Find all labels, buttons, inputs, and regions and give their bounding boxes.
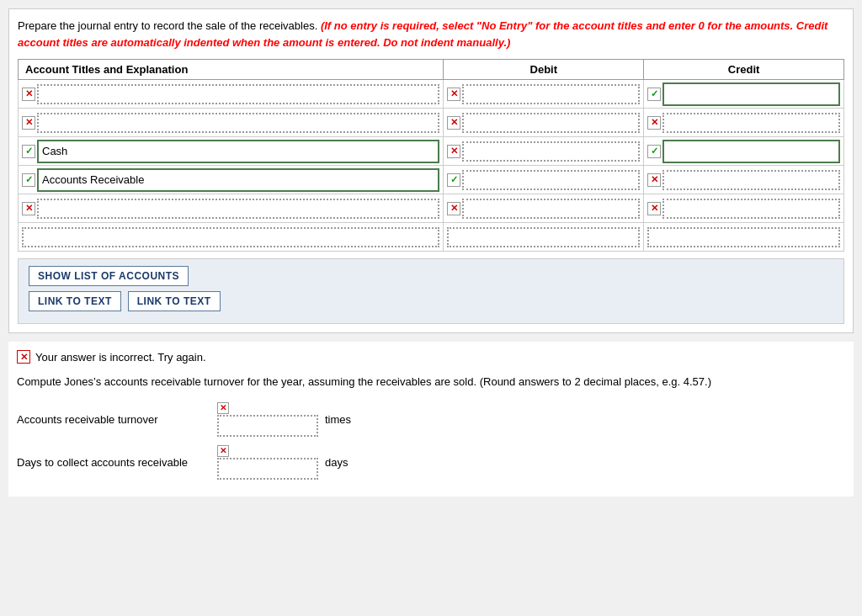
- instructions-text: Prepare the journal entry to record the …: [18, 18, 844, 50]
- debit-input-row1[interactable]: [462, 84, 640, 104]
- credit-cell-1: ✓: [647, 82, 840, 106]
- error-message: Your answer is incorrect. Try again.: [35, 351, 206, 364]
- link-row: LINK TO TEXT LINK TO TEXT: [29, 291, 833, 311]
- compute-main: Compute Jones’s accounts receivable turn…: [17, 375, 476, 388]
- account-cell-1: ✕: [22, 84, 439, 104]
- ar-turnover-row: Accounts receivable turnover ✕ times: [17, 402, 845, 437]
- table-row: ✕ ✕ ✓: [19, 80, 844, 109]
- col-header-account: Account Titles and Explanation: [19, 60, 444, 80]
- debit-cell-5: ✕: [447, 199, 640, 219]
- table-row: ✓ ✓ ✕: [19, 166, 844, 194]
- check-button-row4-account[interactable]: ✓: [22, 173, 35, 187]
- ar-turnover-unit: times: [325, 413, 351, 426]
- table-row: ✕ ✕ ✕: [19, 194, 844, 223]
- action-area: SHOW LIST OF ACCOUNTS LINK TO TEXT LINK …: [18, 258, 844, 324]
- ar-turnover-label: Accounts receivable turnover: [17, 413, 210, 426]
- x-button-row5-account[interactable]: ✕: [22, 202, 35, 215]
- ar-turnover-input[interactable]: [217, 415, 318, 437]
- debit-input-row4[interactable]: [462, 170, 640, 190]
- x-button-row4-credit[interactable]: ✕: [647, 173, 661, 187]
- check-button-row3-credit[interactable]: ✓: [647, 145, 661, 158]
- credit-cell-4: ✕: [647, 170, 840, 190]
- credit-cell-5: ✕: [647, 199, 840, 219]
- days-collect-input[interactable]: [217, 458, 318, 480]
- ar-turnover-input-wrap: ✕: [217, 402, 318, 437]
- credit-input-row2[interactable]: [662, 113, 840, 133]
- instructions-section: Prepare the journal entry to record the …: [8, 8, 854, 333]
- debit-cell-2: ✕: [447, 113, 640, 133]
- x-button-row5-debit[interactable]: ✕: [447, 202, 460, 215]
- account-input-row5[interactable]: [37, 199, 439, 219]
- x-button-row1-debit[interactable]: ✕: [447, 88, 460, 101]
- account-input-row6[interactable]: [22, 227, 439, 247]
- credit-input-row6[interactable]: [647, 227, 840, 247]
- show-list-row: SHOW LIST OF ACCOUNTS: [29, 266, 833, 286]
- credit-cell-2: ✕: [647, 113, 840, 133]
- days-collect-row: Days to collect accounts receivable ✕ da…: [17, 445, 845, 480]
- account-input-row4[interactable]: [37, 168, 439, 192]
- check-button-row1-credit[interactable]: ✓: [647, 88, 661, 101]
- account-input-row1[interactable]: [37, 84, 439, 104]
- debit-cell-3: ✕: [447, 141, 640, 162]
- table-row: ✓ ✕ ✓: [19, 137, 844, 166]
- instructions-main: Prepare the journal entry to record the …: [18, 19, 317, 32]
- debit-input-row2[interactable]: [462, 113, 640, 133]
- x-button-ar-turnover[interactable]: ✕: [217, 402, 229, 414]
- debit-input-row6[interactable]: [447, 227, 640, 247]
- link-to-text-button-1[interactable]: LINK TO TEXT: [29, 291, 121, 311]
- account-cell-4: ✓: [22, 168, 439, 192]
- days-collect-unit: days: [325, 456, 348, 469]
- check-button-row4-debit[interactable]: ✓: [447, 173, 460, 187]
- debit-cell-1: ✕: [447, 84, 640, 104]
- account-input-row2[interactable]: [37, 113, 439, 133]
- x-button-row2-credit[interactable]: ✕: [647, 116, 661, 130]
- credit-input-row3[interactable]: [662, 140, 840, 163]
- x-button-days-collect[interactable]: ✕: [217, 445, 229, 457]
- debit-input-row5[interactable]: [462, 199, 640, 219]
- col-header-debit: Debit: [444, 60, 644, 80]
- credit-input-row4[interactable]: [662, 170, 840, 190]
- account-cell-3: ✓: [22, 140, 439, 163]
- link-to-text-button-2[interactable]: LINK TO TEXT: [128, 291, 221, 311]
- lower-section: ✕ Your answer is incorrect. Try again. C…: [8, 342, 854, 497]
- col-header-credit: Credit: [644, 60, 844, 80]
- account-input-row3[interactable]: [37, 140, 439, 163]
- error-icon: ✕: [17, 350, 30, 364]
- debit-input-row3[interactable]: [462, 141, 640, 162]
- credit-cell-3: ✓: [647, 140, 840, 163]
- account-cell-5: ✕: [22, 199, 439, 219]
- table-row: [19, 223, 844, 252]
- days-collect-label: Days to collect accounts receivable: [17, 456, 210, 469]
- days-collect-input-wrap: ✕: [217, 445, 318, 480]
- account-cell-2: ✕: [22, 113, 439, 133]
- journal-table: Account Titles and Explanation Debit Cre…: [18, 59, 844, 252]
- x-button-row3-debit[interactable]: ✕: [447, 145, 460, 158]
- show-list-button[interactable]: SHOW LIST OF ACCOUNTS: [29, 266, 189, 286]
- check-button-row3-account[interactable]: ✓: [22, 145, 35, 158]
- debit-cell-4: ✓: [447, 170, 640, 190]
- error-row: ✕ Your answer is incorrect. Try again.: [17, 350, 845, 364]
- x-button-row2-debit[interactable]: ✕: [447, 116, 460, 130]
- x-button-row1-account[interactable]: ✕: [22, 88, 35, 101]
- credit-input-row1[interactable]: [662, 82, 840, 106]
- credit-input-row5[interactable]: [662, 199, 840, 219]
- x-button-row2-account[interactable]: ✕: [22, 116, 35, 130]
- compute-instructions: Compute Jones’s accounts receivable turn…: [17, 374, 845, 390]
- table-row: ✕ ✕ ✕: [19, 109, 844, 137]
- compute-italic: (Round answers to 2 decimal places, e.g.…: [480, 375, 711, 388]
- x-button-row5-credit[interactable]: ✕: [647, 202, 661, 215]
